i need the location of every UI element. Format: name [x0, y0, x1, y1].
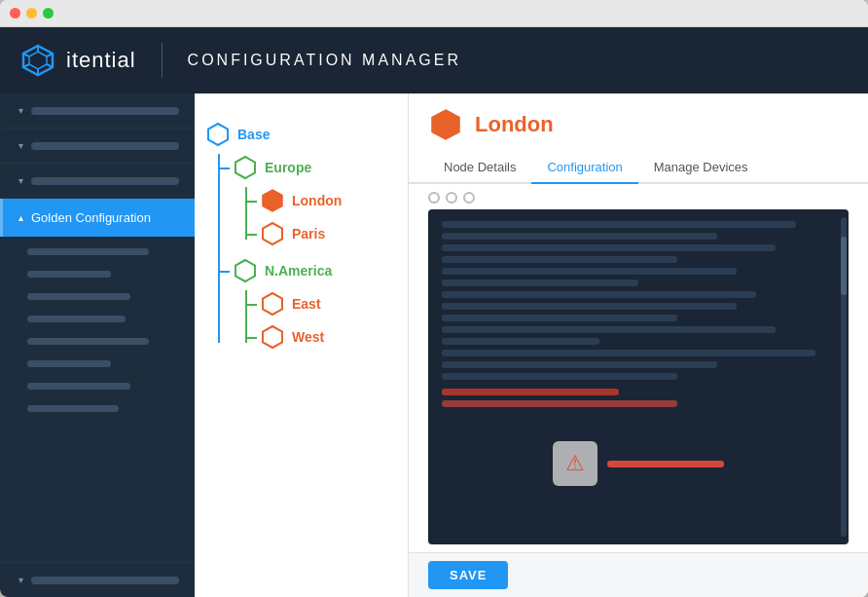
svg-marker-1: [29, 52, 47, 69]
sidebar-sub-item-6[interactable]: [0, 353, 195, 375]
tree-node-east-label: East: [292, 296, 321, 312]
tree-node-london-label: London: [292, 193, 342, 208]
code-line: [442, 303, 737, 310]
code-line: [442, 256, 677, 263]
code-line: [442, 244, 776, 251]
warning-icon: ⚠: [553, 441, 597, 486]
code-line: [442, 373, 677, 380]
code-line: [442, 350, 815, 356]
sidebar-sub-item-1[interactable]: [0, 241, 195, 263]
tree-indent-europe: London Paris: [259, 187, 398, 253]
code-line: [442, 233, 717, 240]
svg-marker-15: [432, 110, 459, 139]
logo-area: itential: [19, 42, 136, 79]
scrollbar-track[interactable]: [841, 217, 847, 537]
tree-node-europe[interactable]: Europe: [232, 154, 398, 181]
tree-node-base[interactable]: Base: [204, 121, 398, 148]
sidebar-item-bar: [31, 142, 179, 150]
hex-base-icon: [204, 121, 232, 148]
code-line: [442, 221, 796, 228]
sidebar-sub-item-5[interactable]: [0, 330, 195, 353]
svg-marker-9: [235, 157, 255, 178]
header-divider: [162, 43, 163, 78]
sidebar-item-1[interactable]: ▾: [0, 93, 195, 129]
main-layout: ▾ ▾ ▾ ▴ Golden Configuration: [0, 93, 868, 597]
code-line-error: [442, 389, 619, 395]
sidebar-sub-item-7[interactable]: [0, 375, 195, 397]
code-line: [442, 280, 638, 286]
tab-configuration[interactable]: Configuration: [531, 152, 637, 184]
code-line: [442, 326, 776, 333]
warning-overlay: ⚠: [553, 441, 724, 486]
tree-node-paris-label: Paris: [292, 226, 325, 242]
svg-marker-13: [263, 293, 282, 315]
sidebar-sub-item-3[interactable]: [0, 285, 195, 308]
status-dot-3: [463, 192, 475, 204]
tree-node-west[interactable]: West: [259, 323, 398, 351]
sidebar-item-label: Golden Configuration: [31, 210, 151, 225]
hex-west-icon: [259, 323, 286, 351]
app-header: itential CONFIGURATION MANAGER: [0, 27, 868, 93]
svg-marker-14: [263, 326, 282, 348]
tree-container: Base Europe: [204, 113, 398, 356]
tree-indent-namerica: East West: [259, 290, 398, 356]
scrollbar-thumb[interactable]: [841, 237, 847, 295]
status-dots: [428, 192, 849, 204]
status-dot-2: [446, 192, 457, 204]
sidebar-bottom: ▾: [0, 562, 195, 597]
logo-icon: [19, 42, 56, 79]
sidebar-item-golden-config[interactable]: ▴ Golden Configuration: [0, 199, 195, 237]
code-line: [442, 268, 737, 275]
code-line: [442, 361, 717, 368]
alert-triangle-icon: ⚠: [565, 451, 585, 476]
tree-node-paris[interactable]: Paris: [259, 220, 398, 247]
svg-marker-10: [263, 190, 282, 211]
hex-paris-icon: [259, 220, 286, 247]
tree-node-london[interactable]: London: [259, 187, 398, 214]
sidebar-item-bar: [31, 577, 179, 584]
save-button[interactable]: SAVE: [428, 561, 508, 589]
code-line: [442, 291, 756, 298]
tree-node-west-label: West: [292, 329, 324, 345]
sidebar-item-bar: [31, 177, 179, 185]
sidebar-sub-item-8[interactable]: [0, 397, 195, 420]
code-line: [442, 315, 677, 321]
header-title: CONFIGURATION MANAGER: [188, 52, 461, 69]
sidebar: ▾ ▾ ▾ ▴ Golden Configuration: [0, 93, 195, 597]
node-title: London: [475, 112, 554, 137]
titlebar: [0, 0, 868, 27]
sidebar-item-3[interactable]: ▾: [0, 164, 195, 199]
tree-node-namerica[interactable]: N.America: [232, 257, 398, 284]
tree-indent-blue: Europe London: [232, 154, 398, 356]
sidebar-sub-item-2[interactable]: [0, 263, 195, 285]
code-line: [442, 338, 599, 345]
app-window: itential CONFIGURATION MANAGER ▾ ▾ ▾ ▴: [0, 0, 868, 597]
sidebar-item-bar: [31, 107, 179, 115]
svg-marker-11: [263, 223, 282, 244]
hex-europe-icon: [232, 154, 259, 181]
tree-node-base-label: Base: [237, 127, 270, 142]
tab-manage-devices[interactable]: Manage Devices: [638, 152, 764, 184]
chevron-down-icon: ▾: [18, 105, 23, 116]
chevron-down-icon: ▾: [18, 175, 23, 186]
tree-node-east[interactable]: East: [259, 290, 398, 317]
minimize-dot[interactable]: [26, 8, 37, 19]
maximize-dot[interactable]: [43, 8, 54, 19]
config-area: ⚠: [409, 184, 868, 552]
hex-selected-icon: [428, 107, 463, 142]
logo-text: itential: [66, 48, 136, 73]
sidebar-sub-item-4[interactable]: [0, 308, 195, 330]
tabs-bar: Node Details Configuration Manage Device…: [409, 152, 868, 184]
sidebar-item-bottom[interactable]: ▾: [0, 563, 195, 597]
code-lines: [428, 209, 849, 544]
sidebar-item-2[interactable]: ▾: [0, 129, 195, 164]
code-line-error-light: [442, 400, 677, 407]
close-dot[interactable]: [10, 8, 20, 19]
tab-node-details[interactable]: Node Details: [428, 152, 531, 184]
node-header: London: [409, 93, 868, 152]
hex-namerica-icon: [232, 257, 259, 284]
chevron-up-icon: ▴: [18, 212, 23, 223]
hex-east-icon: [259, 290, 286, 317]
code-editor[interactable]: ⚠: [428, 209, 849, 544]
tree-node-europe-label: Europe: [265, 160, 311, 175]
